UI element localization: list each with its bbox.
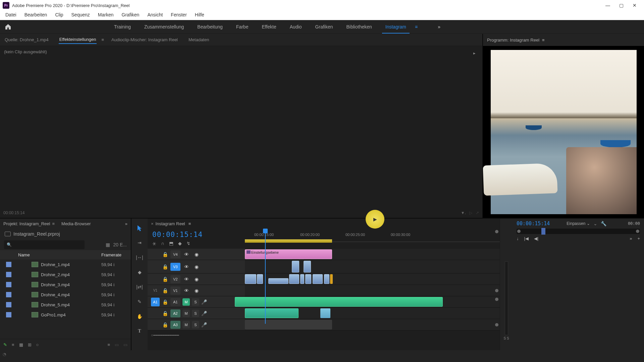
list-view-button[interactable]: ≡ [12, 342, 14, 347]
lock-icon[interactable]: 🔒 [162, 311, 168, 316]
item-checkbox[interactable] [6, 272, 11, 277]
zoom-slider[interactable]: ○ [36, 342, 39, 347]
program-monitor[interactable] [483, 46, 644, 218]
solo-button[interactable]: S [192, 321, 199, 328]
video-clip[interactable] [313, 274, 323, 284]
sort-icon[interactable]: ≡ [107, 342, 110, 347]
workspace-grafiken[interactable]: Grafiken [309, 21, 340, 32]
video-clip[interactable] [268, 278, 288, 284]
program-title[interactable]: Programm: Instagram Reel [487, 38, 539, 43]
workspace-zusammenstellung[interactable]: Zusammenstellung [138, 21, 191, 32]
scroll-handle[interactable] [517, 230, 521, 233]
menu-marken[interactable]: Marken [94, 11, 118, 20]
sync-lock-icon[interactable]: ◉ [193, 288, 201, 293]
track-label-a1[interactable]: A1 [170, 298, 180, 306]
video-clip[interactable] [330, 274, 333, 284]
filter-icon[interactable]: ▼. [461, 210, 466, 215]
play-only-icon[interactable]: ▷ [469, 210, 472, 215]
audio-clip[interactable] [320, 308, 330, 318]
tab-metadaten[interactable]: Metadaten [188, 36, 210, 44]
audio-clip[interactable] [235, 297, 443, 307]
sequence-name[interactable]: Instagram Reel [156, 221, 185, 226]
tab-audioclip-mischer[interactable]: Audioclip-Mischer: Instagram Reel [111, 36, 178, 44]
export-frame-icon[interactable]: ↗ [476, 210, 479, 215]
menu-fenster[interactable]: Fenster [167, 11, 191, 20]
resolution-dropdown[interactable]: ⌄ [593, 221, 597, 226]
workspace-audio[interactable]: Audio [283, 21, 309, 32]
mute-button[interactable]: M [182, 310, 190, 317]
settings-icon[interactable]: ↯ [186, 241, 191, 246]
selection-tool[interactable] [135, 223, 144, 233]
menu-ansicht[interactable]: Ansicht [143, 11, 167, 20]
slip-tool[interactable]: |⇄| [135, 282, 144, 292]
video-clip[interactable] [305, 274, 311, 284]
tab-quelle[interactable]: Quelle: Drohne_1.mp4 [4, 36, 49, 44]
menu-bearbeiten[interactable]: Bearbeiten [20, 11, 51, 20]
overflow-icon[interactable]: » [125, 221, 127, 226]
menu-grafiken[interactable]: Grafiken [118, 11, 144, 20]
item-checkbox[interactable] [6, 262, 11, 267]
adjustment-layer-clip[interactable]: Einstellungsebene [245, 249, 332, 259]
track-label-v2[interactable]: V2 [170, 275, 180, 283]
zoom-scrollbar[interactable]: ○━━━━━━━━━━━ [151, 333, 179, 338]
tab-effekteinstellungen[interactable]: Effekteinstellungen [59, 36, 97, 44]
lock-icon[interactable]: 🔒 [162, 277, 168, 282]
program-timecode[interactable]: 00:00:15:14 [517, 221, 550, 227]
project-item[interactable]: Drohne_3.mp459,94 i [0, 280, 131, 290]
track-label-a3[interactable]: A3 [170, 321, 180, 329]
list-view-icon[interactable]: ▦ [106, 242, 110, 247]
timeline-timecode[interactable]: 00:00:15:14 [152, 231, 240, 239]
program-scrub-bar[interactable] [517, 229, 640, 234]
export-button[interactable]: + [637, 236, 640, 241]
workspace-farbe[interactable]: Farbe [229, 21, 255, 32]
item-checkbox[interactable] [6, 282, 11, 287]
item-checkbox[interactable] [6, 302, 11, 307]
freeform-view-button[interactable]: ⊞ [28, 342, 32, 347]
voiceover-icon[interactable]: 🎤 [201, 299, 207, 305]
marker-icon[interactable]: ◆ [178, 241, 182, 246]
hand-tool[interactable]: ✋ [135, 312, 144, 321]
workspace-overflow-icon[interactable]: » [438, 24, 440, 29]
home-button[interactable] [3, 21, 13, 32]
wrench-icon[interactable]: 🔧 [601, 221, 606, 226]
add-marker-button[interactable]: ↓ [517, 236, 519, 241]
linked-selection-icon[interactable]: ∩ [161, 241, 164, 246]
panel-menu-icon[interactable]: ≡ [542, 38, 545, 43]
add-marker-icon[interactable]: ⬒ [169, 241, 173, 246]
pen-tool[interactable]: ✎ [135, 297, 144, 306]
source-patch[interactable] [151, 309, 160, 318]
work-area-bar[interactable] [245, 239, 332, 243]
find-icon[interactable]: ▭ [115, 342, 119, 347]
sync-lock-icon[interactable]: ◉ [193, 264, 201, 269]
lock-icon[interactable]: 🔒 [162, 264, 168, 269]
project-list[interactable]: Drohne_1.mp459,94 i Drohne_2.mp459,94 i … [0, 259, 131, 339]
close-button[interactable]: ✕ [628, 0, 641, 11]
col-name[interactable]: Name [18, 252, 101, 257]
video-clip[interactable] [289, 274, 299, 284]
workspace-bearbeitung[interactable]: Bearbeitung [191, 21, 229, 32]
track-label-v1[interactable]: V1 [170, 287, 180, 295]
audio-clip[interactable] [245, 320, 332, 329]
snap-icon[interactable]: ⚹ [152, 241, 156, 246]
maximize-button[interactable]: ▢ [614, 0, 628, 11]
track-select-tool[interactable]: ⇥ [135, 238, 144, 247]
menu-hilfe[interactable]: Hilfe [191, 11, 208, 20]
lock-icon[interactable]: 🔒 [162, 252, 168, 257]
track-label-v4[interactable]: V4 [170, 250, 180, 258]
item-checkbox[interactable] [6, 312, 11, 317]
workspace-effekte[interactable]: Effekte [255, 21, 283, 32]
sync-lock-icon[interactable]: ◉ [193, 277, 201, 282]
panel-menu-icon[interactable]: ≡ [189, 221, 191, 226]
icon-view-button[interactable]: ▦ [19, 342, 23, 347]
search-input[interactable]: 🔍 [4, 240, 85, 249]
tab-projekt[interactable]: Projekt: Instagram_Reel [3, 221, 50, 226]
new-bin-icon[interactable]: ▭ [123, 342, 127, 347]
sync-lock-icon[interactable]: ◉ [193, 252, 201, 257]
project-item[interactable]: Drohne_2.mp459,94 i [0, 269, 131, 280]
eye-icon[interactable]: 👁 [182, 252, 191, 257]
video-clip[interactable] [292, 261, 299, 273]
menu-sequenz[interactable]: Sequenz [67, 11, 94, 20]
program-playhead[interactable] [541, 228, 545, 235]
expand-arrow-icon[interactable]: ▸ [473, 51, 476, 56]
workspace-menu-icon[interactable]: ≡ [415, 24, 418, 29]
